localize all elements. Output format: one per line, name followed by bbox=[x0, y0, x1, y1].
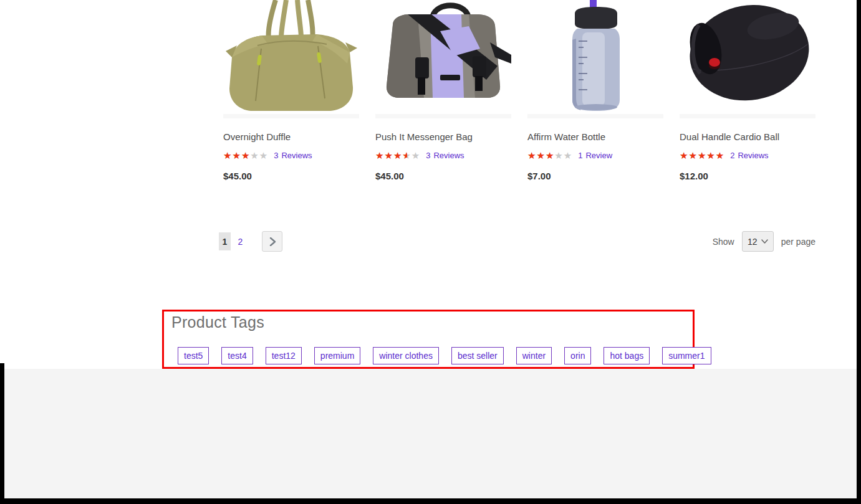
product-price: $45.00 bbox=[375, 171, 511, 181]
cardio-ball-image bbox=[680, 0, 815, 118]
product-rating: ★★★★★★★★★★ 2Reviews bbox=[680, 150, 815, 160]
reviews-link[interactable]: 3Reviews bbox=[426, 151, 464, 160]
water-bottle-image bbox=[527, 0, 663, 118]
tag-orin[interactable]: orin bbox=[564, 347, 591, 364]
reviews-link[interactable]: 2Reviews bbox=[730, 151, 768, 160]
tag-premium[interactable]: premium bbox=[314, 347, 360, 364]
screen-edge-bottom bbox=[0, 498, 861, 504]
product-card: Push It Messenger Bag ★★★★★★★★★★ 3Review… bbox=[375, 0, 511, 181]
star-rating-icons: ★★★★★★★★★★ bbox=[375, 151, 420, 160]
tag-test12[interactable]: test12 bbox=[266, 347, 302, 364]
page-footer: About us Customer Service Search Terms P… bbox=[0, 369, 861, 498]
pagination: 1 2 bbox=[219, 231, 282, 252]
product-name-link[interactable]: Push It Messenger Bag bbox=[375, 131, 511, 142]
screen-edge-left bbox=[0, 363, 4, 504]
star-rating-icons: ★★★★★★★★★★ bbox=[680, 151, 724, 160]
tag-winter[interactable]: winter bbox=[516, 347, 552, 364]
image-bottom-edge bbox=[527, 114, 663, 118]
product-card: Affirm Water Bottle ★★★★★★★★★★ 1Review $… bbox=[527, 0, 663, 181]
show-label: Show bbox=[713, 237, 734, 247]
screen-edge-right bbox=[857, 0, 861, 504]
tag-summer1[interactable]: summer1 bbox=[662, 347, 711, 364]
per-page-label: per page bbox=[781, 237, 815, 247]
reviews-link[interactable]: 1Review bbox=[578, 151, 612, 160]
product-tags-list: test5 test4 test12 premium winter clothe… bbox=[178, 347, 724, 364]
image-bottom-edge bbox=[223, 114, 359, 118]
product-rating: ★★★★★★★★★★ 1Review bbox=[527, 150, 663, 160]
product-price: $12.00 bbox=[680, 171, 815, 181]
product-name-link[interactable]: Dual Handle Cardio Ball bbox=[680, 131, 815, 142]
product-image-affirm-water-bottle[interactable] bbox=[527, 0, 663, 118]
product-image-push-it-messenger-bag[interactable] bbox=[375, 0, 511, 118]
product-image-overnight-duffle[interactable] bbox=[223, 0, 359, 118]
per-page-select[interactable]: 12 bbox=[742, 231, 774, 252]
tag-winter-clothes[interactable]: winter clothes bbox=[373, 347, 439, 364]
pagination-next-button[interactable] bbox=[262, 231, 282, 252]
pagination-current-page: 1 bbox=[219, 232, 231, 250]
pagination-page-2-link[interactable]: 2 bbox=[234, 232, 246, 250]
product-name-link[interactable]: Affirm Water Bottle bbox=[527, 131, 663, 142]
messenger-bag-image bbox=[375, 0, 511, 118]
image-bottom-edge bbox=[375, 114, 511, 118]
storefront-page: Overnight Duffle ★★★★★★★★★★ 3Reviews $45… bbox=[0, 0, 861, 504]
product-rating: ★★★★★★★★★★ 3Reviews bbox=[223, 150, 359, 160]
star-rating-icons: ★★★★★★★★★★ bbox=[527, 151, 572, 160]
tag-test4[interactable]: test4 bbox=[221, 347, 253, 364]
chevron-right-icon bbox=[269, 237, 276, 246]
product-card: Overnight Duffle ★★★★★★★★★★ 3Reviews $45… bbox=[223, 0, 359, 181]
product-price: $7.00 bbox=[527, 171, 663, 181]
product-image-dual-handle-cardio-ball[interactable] bbox=[680, 0, 815, 118]
duffle-bag-image bbox=[223, 0, 359, 118]
product-tags-widget: Product Tags test5 test4 test12 premium … bbox=[162, 310, 695, 369]
image-bottom-edge bbox=[680, 114, 815, 118]
tag-test5[interactable]: test5 bbox=[178, 347, 209, 364]
product-rating: ★★★★★★★★★★ 3Reviews bbox=[375, 150, 511, 160]
tag-best-seller[interactable]: best seller bbox=[451, 347, 504, 364]
per-page-toolbar: Show 12 per page bbox=[713, 231, 815, 252]
chevron-down-icon bbox=[761, 239, 768, 244]
product-price: $45.00 bbox=[223, 171, 359, 181]
tag-hot-bags[interactable]: hot bags bbox=[604, 347, 650, 364]
product-card: Dual Handle Cardio Ball ★★★★★★★★★★ 2Revi… bbox=[680, 0, 815, 181]
reviews-link[interactable]: 3Reviews bbox=[274, 151, 312, 160]
star-rating-icons: ★★★★★★★★★★ bbox=[223, 151, 268, 160]
product-name-link[interactable]: Overnight Duffle bbox=[223, 131, 359, 142]
product-tags-title: Product Tags bbox=[164, 311, 693, 331]
